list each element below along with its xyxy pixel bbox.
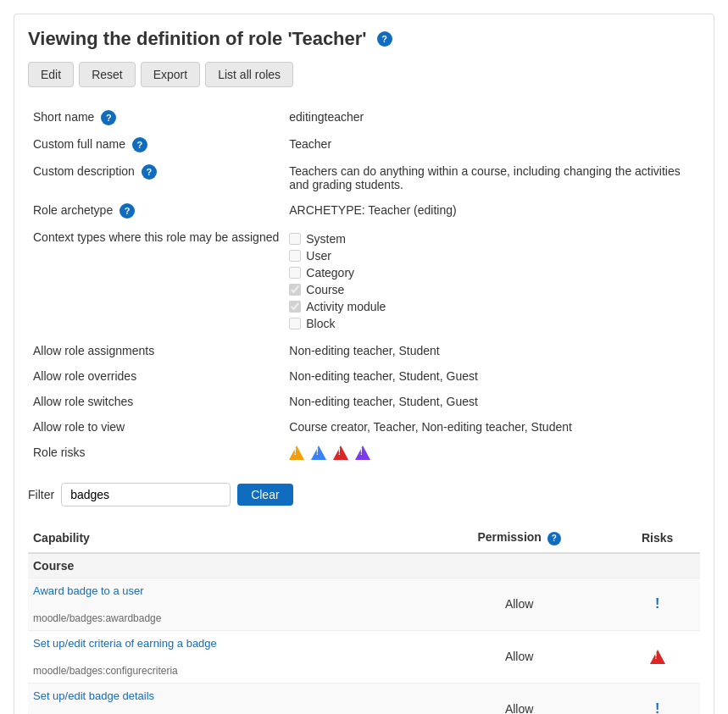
context-type-checkbox-1[interactable] [289,250,301,262]
cap-cell-name-1: Set up/edit criteria of earning a badgem… [28,630,424,683]
page-title-text: Viewing the definition of role 'Teacher' [28,28,367,50]
col-permission: Permission ? [424,523,614,553]
capability-table: Capability Permission ? Risks CourseAwar… [28,523,700,714]
custom-full-name-value: Teacher [284,131,700,158]
context-type-label-4: Activity module [306,300,386,313]
short-name-value: editingteacher [284,104,700,131]
allow-role-assignments-value: Non-editing teacher, Student [284,338,700,363]
cap-cell-name-0: Award badge to a usermoodle/badges:award… [28,578,424,630]
context-type-item-3: Course [289,281,695,298]
allow-role-overrides-row: Allow role overrides Non-editing teacher… [28,363,700,389]
allow-role-overrides-value: Non-editing teacher, Student, Guest [284,363,700,389]
context-type-item-5: Block [289,315,695,332]
clear-button[interactable]: Clear [237,484,292,506]
filter-label: Filter [28,488,54,501]
context-types-list: SystemUserCategoryCourseActivity moduleB… [289,230,695,332]
role-archetype-label: Role archetype [33,203,113,217]
cap-link-1[interactable]: Set up/edit criteria of earning a badge [33,637,419,650]
filter-row: Filter Clear [28,476,700,513]
context-type-checkbox-2[interactable] [289,267,301,279]
context-type-checkbox-0[interactable] [289,233,301,245]
risk-blue-exclamation-0: ! [655,596,659,611]
export-button[interactable]: Export [141,62,200,87]
cap-row-1: Set up/edit criteria of earning a badgem… [28,630,700,683]
context-type-checkbox-5[interactable] [289,318,301,329]
context-types-label: Context types where this role may be ass… [33,230,279,244]
context-type-label-1: User [306,249,331,263]
context-type-checkbox-3[interactable] [289,284,301,296]
context-types-value: SystemUserCategoryCourseActivity moduleB… [284,224,700,338]
cap-row-2: Set up/edit badge detailsmoodle/badges:c… [28,683,700,714]
cap-row-0: Award badge to a usermoodle/badges:award… [28,578,700,630]
cap-section-course-label: Course [28,553,700,578]
risk-triangle-red [333,446,348,460]
page-container: Viewing the definition of role 'Teacher'… [14,14,714,714]
risk-triangle-blue [311,446,326,460]
role-risks-label: Role risks [33,446,85,459]
context-type-label-0: System [306,232,346,246]
risk-triangle-orange [289,446,304,460]
allow-role-to-view-label: Allow role to view [33,420,125,434]
context-type-item-1: User [289,247,695,264]
cap-section-course: Course [28,553,700,578]
list-all-roles-button[interactable]: List all roles [205,62,293,87]
short-name-label: Short name [33,110,94,124]
capability-table-body: CourseAward badge to a usermoodle/badges… [28,553,700,715]
risk-red-triangle-1 [650,650,665,664]
custom-full-name-row: Custom full name ? Teacher [28,131,700,158]
custom-full-name-help-icon[interactable]: ? [132,137,147,152]
role-archetype-value: ARCHETYPE: Teacher (editing) [284,197,700,224]
custom-description-help-icon[interactable]: ? [142,164,157,180]
context-type-label-5: Block [306,317,335,330]
cap-risks-0: ! [614,578,700,630]
cap-permission-0: Allow [424,578,614,630]
col-permission-label: Permission [477,530,541,544]
context-type-item-4: Activity module [289,298,695,315]
custom-description-value: Teachers can do anything within a course… [284,158,700,197]
toolbar: Edit Reset Export List all roles [28,62,700,87]
edit-button[interactable]: Edit [28,62,74,87]
info-table: Short name ? editingteacher Custom full … [28,104,700,466]
page-help-icon[interactable]: ? [377,31,392,47]
page-title: Viewing the definition of role 'Teacher'… [28,28,700,50]
role-risks-row: Role risks [28,440,700,466]
filter-input[interactable] [61,483,231,506]
role-risks-icons [289,446,695,460]
cap-link-2[interactable]: Set up/edit badge details [33,689,419,702]
role-risks-icons-cell [284,440,700,466]
short-name-help-icon[interactable]: ? [101,110,116,125]
allow-role-to-view-value: Course creator, Teacher, Non-editing tea… [284,414,700,440]
permission-help-icon[interactable]: ? [547,532,561,545]
cap-risks-2: ! [614,683,700,714]
allow-role-switches-row: Allow role switches Non-editing teacher,… [28,389,700,414]
cap-permission-2: Allow [424,683,614,714]
role-archetype-row: Role archetype ? ARCHETYPE: Teacher (edi… [28,197,700,224]
risk-blue-exclamation-2: ! [655,701,659,714]
context-types-row: Context types where this role may be ass… [28,224,700,338]
col-risks: Risks [614,523,700,553]
col-capability: Capability [28,523,424,553]
allow-role-assignments-label: Allow role assignments [33,344,154,357]
cap-code-1: moodle/badges:configurecriteria [33,665,178,677]
context-type-item-2: Category [289,264,695,281]
cap-risks-1 [614,630,700,683]
allow-role-overrides-label: Allow role overrides [33,369,136,383]
allow-role-assignments-row: Allow role assignments Non-editing teach… [28,338,700,363]
context-type-checkbox-4[interactable] [289,301,301,313]
context-type-item-0: System [289,230,695,247]
role-archetype-help-icon[interactable]: ? [119,203,135,219]
allow-role-to-view-row: Allow role to view Course creator, Teach… [28,414,700,440]
context-type-label-2: Category [306,266,354,280]
allow-role-switches-value: Non-editing teacher, Student, Guest [284,389,700,414]
cap-permission-1: Allow [424,630,614,683]
cap-cell-name-2: Set up/edit badge detailsmoodle/badges:c… [28,683,424,714]
col-risks-label: Risks [642,531,673,545]
cap-table-header-row: Capability Permission ? Risks [28,523,700,553]
risk-triangle-purple [355,446,370,460]
cap-link-0[interactable]: Award badge to a user [33,584,419,597]
reset-button[interactable]: Reset [79,62,136,87]
custom-full-name-label: Custom full name [33,137,125,151]
context-type-label-3: Course [306,283,344,296]
cap-code-0: moodle/badges:awardbadge [33,612,161,624]
short-name-row: Short name ? editingteacher [28,104,700,131]
